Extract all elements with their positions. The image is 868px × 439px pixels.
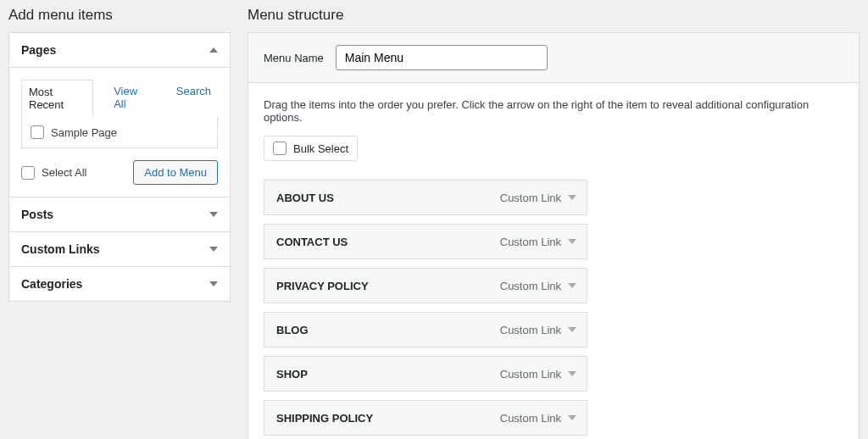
- bulk-select-top-label: Bulk Select: [293, 142, 348, 155]
- accordion-header-posts[interactable]: Posts: [9, 197, 230, 231]
- menu-item[interactable]: BLOGCustom Link: [264, 312, 587, 347]
- accordion-header-pages[interactable]: Pages: [9, 33, 230, 68]
- accordion-header-categories[interactable]: Categories: [9, 267, 230, 301]
- menu-item-title: CONTACT US: [276, 236, 348, 248]
- page-label-sample-page: Sample Page: [51, 126, 117, 139]
- chevron-down-icon[interactable]: [568, 239, 576, 244]
- menu-items-list: ABOUT USCustom LinkCONTACT USCustom Link…: [264, 180, 843, 436]
- menu-name-label: Menu Name: [264, 52, 324, 64]
- accordion-title-custom-links: Custom Links: [21, 242, 100, 256]
- chevron-down-icon[interactable]: [568, 283, 576, 288]
- chevron-down-icon[interactable]: [568, 371, 576, 376]
- chevron-down-icon[interactable]: [568, 195, 576, 200]
- menu-item[interactable]: SHIPPING POLICYCustom Link: [264, 400, 587, 436]
- select-all-checkbox[interactable]: [21, 166, 35, 180]
- chevron-up-icon: [209, 47, 218, 53]
- menu-item-title: PRIVACY POLICY: [276, 280, 369, 292]
- tab-view-all[interactable]: View All: [107, 80, 156, 117]
- menu-item-type: Custom Link: [500, 192, 561, 204]
- menu-item-type: Custom Link: [500, 368, 561, 381]
- menu-item-type: Custom Link: [500, 236, 561, 248]
- accordion-title-pages: Pages: [21, 43, 56, 57]
- instructions-text: Drag the items into the order you prefer…: [264, 98, 843, 124]
- menu-item-type: Custom Link: [500, 324, 561, 336]
- chevron-down-icon[interactable]: [568, 415, 576, 420]
- chevron-down-icon: [209, 247, 218, 252]
- menu-item[interactable]: PRIVACY POLICYCustom Link: [264, 268, 587, 303]
- tab-search[interactable]: Search: [170, 80, 218, 117]
- add-menu-items-heading: Add menu items: [8, 0, 231, 32]
- menu-item-title: ABOUT US: [276, 192, 334, 204]
- menu-item[interactable]: SHOPCustom Link: [264, 356, 587, 392]
- accordion-header-custom-links[interactable]: Custom Links: [9, 232, 230, 266]
- page-checkbox-sample-page[interactable]: [31, 125, 44, 139]
- chevron-down-icon: [209, 212, 218, 217]
- bulk-select-top[interactable]: Bulk Select: [264, 136, 358, 161]
- menu-structure-heading: Menu structure: [248, 0, 860, 32]
- chevron-down-icon: [209, 281, 218, 286]
- menu-item-type: Custom Link: [500, 280, 561, 292]
- menu-item-title: SHOP: [276, 368, 308, 381]
- menu-item[interactable]: ABOUT USCustom Link: [264, 180, 587, 215]
- menu-item-title: BLOG: [276, 324, 309, 336]
- chevron-down-icon[interactable]: [568, 327, 576, 332]
- menu-item-title: SHIPPING POLICY: [276, 412, 373, 425]
- accordion-title-categories: Categories: [21, 277, 82, 291]
- menu-item[interactable]: CONTACT USCustom Link: [264, 224, 587, 259]
- add-items-accordion: Pages Most Recent View All Search Sample…: [8, 32, 231, 302]
- select-all-label: Select All: [42, 166, 86, 179]
- tab-most-recent[interactable]: Most Recent: [21, 80, 93, 117]
- accordion-title-posts: Posts: [21, 208, 53, 221]
- menu-item-type: Custom Link: [500, 412, 561, 425]
- menu-name-input[interactable]: [336, 45, 548, 70]
- add-to-menu-button[interactable]: Add to Menu: [133, 160, 218, 185]
- bulk-select-top-checkbox[interactable]: [273, 142, 287, 155]
